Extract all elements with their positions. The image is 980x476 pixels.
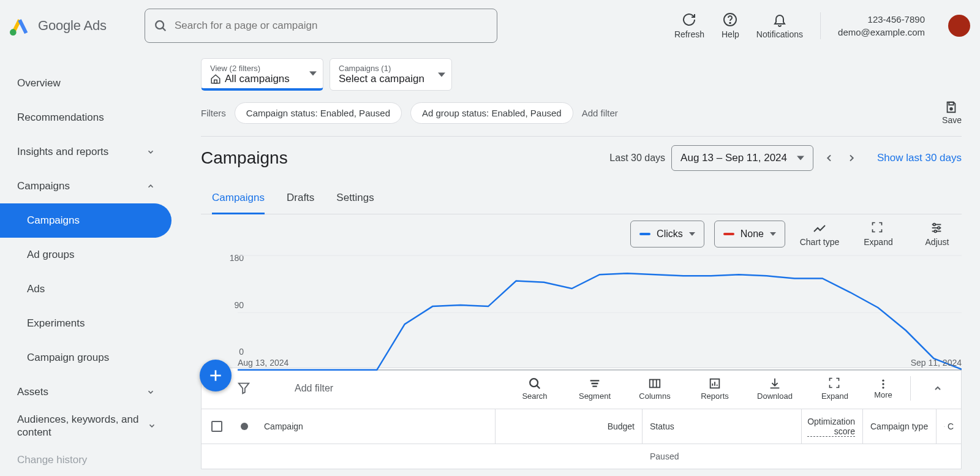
segment-icon	[588, 377, 601, 390]
table-more-button[interactable]: More	[871, 378, 895, 399]
home-icon	[210, 74, 221, 85]
caret-down-icon	[309, 70, 317, 77]
td-budget	[496, 444, 643, 469]
view-picker-val: All campaigns	[210, 73, 298, 85]
th-budget[interactable]: Budget	[496, 409, 643, 444]
chart-toolbar: Clicks None Chart type Expand Adjust	[201, 221, 962, 247]
sidebar: Overview Recommendations Insights and re…	[0, 51, 172, 476]
th-campaign-type[interactable]: Campaign type	[863, 409, 937, 444]
save-button[interactable]: Save	[942, 100, 962, 125]
fab-add-button[interactable]	[200, 360, 232, 391]
td-campaign	[257, 444, 496, 469]
chevron-up-icon	[145, 180, 157, 192]
sidebar-sub-ads[interactable]: Ads	[0, 272, 172, 306]
td-last	[937, 444, 961, 469]
chart-area: 180 90 0 Aug 13, 2024 Sep 11, 2024	[201, 251, 962, 368]
table-add-filter[interactable]: Add filter	[295, 383, 333, 394]
th-last[interactable]: C	[937, 409, 961, 444]
scope-pickers: View (2 filters) All campaigns Campaigns…	[201, 58, 980, 91]
app-header: Google Ads Refresh Help Notifications	[0, 0, 980, 51]
tab-campaigns[interactable]: Campaigns	[212, 183, 265, 214]
search-box[interactable]	[145, 9, 497, 43]
filter-chip-adgroup-status[interactable]: Ad group status: Enabled, Paused	[410, 102, 573, 124]
chart-adjust-button[interactable]: Adjust	[913, 221, 962, 247]
campaign-picker[interactable]: Campaigns (1) Select a campaign	[330, 58, 452, 91]
th-checkbox[interactable]	[202, 409, 232, 444]
view-picker[interactable]: View (2 filters) All campaigns	[201, 58, 323, 91]
th-campaign[interactable]: Campaign	[257, 409, 496, 444]
table-collapse-button[interactable]	[925, 383, 950, 393]
chevron-down-icon	[147, 420, 157, 432]
chart-expand-button[interactable]: Expand	[854, 221, 903, 247]
filter-chip-campaign-status[interactable]: Campaign status: Enabled, Paused	[235, 102, 402, 124]
th-optimization-score[interactable]: Optimization score	[802, 409, 863, 444]
sidebar-item-recommendations[interactable]: Recommendations	[0, 100, 172, 135]
caret-down-icon	[770, 231, 776, 237]
download-icon	[768, 377, 782, 390]
th-status[interactable]: Status	[643, 409, 802, 444]
table-segment-button[interactable]: Segment	[571, 377, 619, 401]
svg-point-12	[938, 227, 940, 229]
sidebar-sub-campaigngroups[interactable]: Campaign groups	[0, 341, 172, 375]
chevron-down-icon	[145, 146, 157, 158]
sidebar-item-overview[interactable]: Overview	[0, 66, 172, 100]
chart-type-button[interactable]: Chart type	[795, 221, 844, 247]
filter-icon[interactable]	[237, 381, 252, 396]
search-input[interactable]	[175, 20, 488, 32]
notifications-button[interactable]: Notifications	[756, 12, 803, 39]
td-opt	[802, 444, 863, 469]
campaign-picker-val: Select a campaign	[339, 73, 427, 85]
table-search-button[interactable]: Search	[511, 377, 559, 401]
date-next-button[interactable]	[840, 147, 862, 169]
sidebar-sub-campaigns[interactable]: Campaigns	[0, 203, 172, 238]
svg-point-34	[882, 379, 884, 381]
td-checkbox[interactable]	[202, 444, 232, 469]
svg-point-4	[730, 23, 731, 24]
sidebar-sub-experiments[interactable]: Experiments	[0, 306, 172, 341]
sidebar-item-campaigns[interactable]: Campaigns	[0, 169, 172, 203]
sidebar-item-insights[interactable]: Insights and reports	[0, 135, 172, 169]
chevron-down-icon	[145, 386, 157, 398]
help-icon	[723, 12, 737, 27]
metric1-selector[interactable]: Clicks	[630, 221, 704, 247]
campaign-picker-sup: Campaigns (1)	[339, 64, 427, 73]
table-reports-button[interactable]: Reports	[691, 377, 739, 401]
account-info[interactable]: 123-456-7890 demo@example.com	[838, 13, 925, 39]
more-vert-icon	[877, 378, 889, 390]
line-chart-icon	[812, 221, 827, 236]
td-type	[863, 444, 937, 469]
sidebar-sub-adgroups[interactable]: Ad groups	[0, 238, 172, 272]
date-prev-button[interactable]	[818, 147, 840, 169]
tab-settings[interactable]: Settings	[336, 183, 374, 214]
svg-point-20	[530, 379, 538, 387]
svg-point-7	[950, 108, 952, 110]
date-range-picker[interactable]: Aug 13 – Sep 11, 2024	[671, 145, 813, 171]
sidebar-item-changehistory[interactable]: Change history	[0, 443, 172, 477]
add-filter-link[interactable]: Add filter	[582, 108, 618, 118]
columns-icon	[648, 377, 662, 390]
metric2-selector[interactable]: None	[714, 221, 785, 247]
td-status-dot	[232, 444, 257, 469]
svg-marker-19	[239, 383, 249, 394]
product-name: Google Ads	[38, 18, 107, 34]
help-button[interactable]: Help	[722, 12, 739, 39]
campaigns-table: Add filter Search Segment Columns Report…	[201, 368, 962, 469]
avatar[interactable]	[948, 15, 970, 37]
table-download-button[interactable]: Download	[751, 377, 799, 401]
sidebar-item-audiences[interactable]: Audiences, keywords, and content	[0, 409, 172, 443]
show-last-30-link[interactable]: Show last 30 days	[877, 152, 962, 164]
tabs: Campaigns Drafts Settings	[201, 183, 962, 214]
svg-rect-5	[214, 80, 217, 83]
divider	[820, 12, 821, 39]
account-id: 123-456-7890	[838, 13, 925, 26]
svg-point-0	[10, 29, 17, 36]
tab-drafts[interactable]: Drafts	[287, 183, 314, 214]
table-expand-button[interactable]: Expand	[811, 377, 859, 401]
sidebar-item-assets[interactable]: Assets	[0, 375, 172, 409]
refresh-button[interactable]: Refresh	[674, 12, 704, 39]
filters-row: Filters Campaign status: Enabled, Paused…	[201, 100, 980, 125]
bell-icon	[772, 12, 787, 27]
main-content: View (2 filters) All campaigns Campaigns…	[201, 58, 980, 476]
table-columns-button[interactable]: Columns	[631, 377, 679, 401]
table-row[interactable]: Paused	[202, 444, 961, 469]
